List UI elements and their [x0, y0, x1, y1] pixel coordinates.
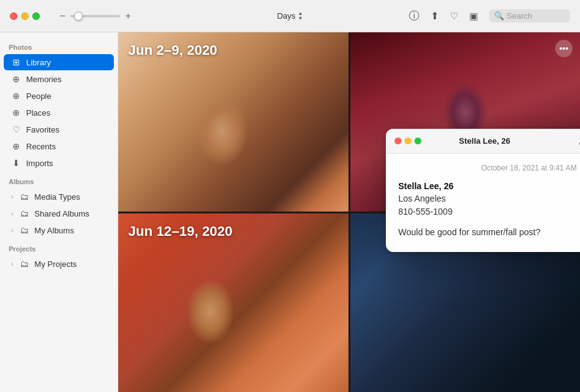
photo-label-1: Jun 2–9, 2020 — [128, 42, 217, 58]
search-bar[interactable]: 🔍 Search — [489, 9, 570, 22]
sidebar-item-media-types[interactable]: › 🗂 Media Types — [4, 189, 114, 205]
recents-icon: ⊕ — [11, 141, 21, 151]
sidebar-label-favorites: Favorites — [26, 125, 59, 134]
sidebar-section-projects: Projects › 🗂 My Projects — [0, 239, 118, 272]
photo-content: Jun 2–9, 2020 ••• Jun 12–19, 2020 Stell — [118, 32, 580, 392]
view-mode-chevrons[interactable]: ▲▼ — [298, 11, 303, 21]
titlebar: − + Days ▲▼ ⓘ ⬆ ♡ ▣ 🔍 Search — [0, 0, 580, 32]
zoom-control: − + — [60, 11, 131, 22]
shared-albums-icon: 🗂 — [19, 208, 29, 218]
sidebar-section-label-projects: Projects — [0, 239, 118, 255]
notes-titlebar: Stella Lee, 26 Aa ☰ ⊞ 👤 >> — [386, 129, 580, 154]
sidebar-item-imports[interactable]: ⬇ Imports — [4, 155, 114, 171]
titlebar-icons: ⓘ ⬆ ♡ ▣ 🔍 Search — [409, 9, 570, 23]
fullscreen-button[interactable] — [32, 12, 40, 20]
notes-contact-name: Stella Lee, 26 — [398, 181, 580, 191]
share-icon[interactable]: ⬆ — [431, 10, 439, 22]
library-icon: ⊞ — [11, 57, 21, 67]
sidebar-item-people[interactable]: ⊕ People — [4, 88, 114, 104]
notes-content: October 18, 2021 at 9:41 AM Stella Lee, … — [386, 154, 580, 252]
sidebar-item-recents[interactable]: ⊕ Recents — [4, 138, 114, 154]
memories-icon: ⊕ — [11, 74, 21, 84]
my-albums-icon: 🗂 — [19, 225, 29, 235]
sidebar-item-favorites[interactable]: ♡ Favorites — [4, 121, 114, 138]
sidebar-item-memories[interactable]: ⊕ Memories — [4, 71, 114, 87]
sidebar-label-people: People — [26, 91, 51, 101]
notes-contact-phone: 810-555-1009 — [398, 205, 580, 218]
titlebar-title: Days ▲▼ — [277, 11, 303, 21]
sidebar-section-albums: Albums › 🗂 Media Types › 🗂 Shared Albums… — [0, 172, 118, 238]
people-icon: ⊕ — [11, 91, 21, 101]
zoom-plus-button[interactable]: + — [125, 11, 131, 22]
media-types-icon: 🗂 — [19, 192, 29, 202]
expand-icon-projects: › — [11, 261, 13, 268]
notes-note-text: Would be good for summer/fall post? — [398, 227, 580, 237]
sidebar-item-shared-albums[interactable]: › 🗂 Shared Albums — [4, 205, 114, 222]
sidebar-label-shared-albums: Shared Albums — [34, 209, 89, 218]
info-icon[interactable]: ⓘ — [409, 9, 419, 23]
heart-icon[interactable]: ♡ — [450, 11, 458, 22]
notes-window-title: Stella Lee, 26 — [396, 136, 573, 146]
photo-cell-1[interactable]: Jun 2–9, 2020 — [118, 32, 348, 212]
photo-label-3: Jun 12–19, 2020 — [128, 223, 233, 240]
expand-icon-myalbums: › — [11, 227, 13, 234]
sidebar-label-media-types: Media Types — [34, 192, 80, 202]
sidebar-item-my-projects[interactable]: › 🗂 My Projects — [4, 256, 114, 272]
expand-icon-shared: › — [11, 210, 13, 217]
main-layout: Photos ⊞ Library ⊕ Memories ⊕ People ⊕ P… — [0, 32, 580, 392]
sidebar-section-label-albums: Albums — [0, 172, 118, 188]
sidebar-label-my-albums: My Albums — [34, 226, 74, 235]
expand-icon-media: › — [11, 194, 13, 200]
sidebar-item-library[interactable]: ⊞ Library — [4, 54, 114, 70]
sidebar-item-my-albums[interactable]: › 🗂 My Albums — [4, 222, 114, 238]
imports-icon: ⬇ — [11, 158, 21, 168]
zoom-slider[interactable] — [70, 15, 120, 17]
sidebar-section-photos: Photos ⊞ Library ⊕ Memories ⊕ People ⊕ P… — [0, 37, 118, 171]
zoom-minus-button[interactable]: − — [60, 11, 65, 22]
sidebar-label-library: Library — [26, 58, 51, 67]
sidebar-label-imports: Imports — [26, 159, 53, 168]
close-button[interactable] — [10, 12, 17, 20]
search-placeholder: Search — [507, 11, 532, 21]
sidebar-item-places[interactable]: ⊕ Places — [4, 105, 114, 121]
zoom-thumb[interactable] — [74, 12, 83, 21]
view-mode-label: Days — [277, 11, 296, 21]
favorites-icon: ♡ — [11, 124, 21, 134]
search-icon: 🔍 — [494, 11, 504, 21]
notes-popup: Stella Lee, 26 Aa ☰ ⊞ 👤 >> October 18, 2… — [386, 129, 580, 252]
notes-contact-city: Los Angeles — [398, 192, 580, 205]
photo-cell-3[interactable]: Jun 12–19, 2020 — [118, 213, 348, 393]
sidebar: Photos ⊞ Library ⊕ Memories ⊕ People ⊕ P… — [0, 32, 118, 392]
sidebar-label-memories: Memories — [26, 75, 62, 84]
places-icon: ⊕ — [11, 108, 21, 118]
sidebar-section-label-photos: Photos — [0, 37, 118, 54]
sidebar-label-places: Places — [26, 108, 50, 118]
sidebar-label-recents: Recents — [26, 142, 56, 151]
crop-icon[interactable]: ▣ — [469, 11, 478, 22]
notes-timestamp: October 18, 2021 at 9:41 AM — [398, 164, 580, 172]
my-projects-icon: 🗂 — [19, 259, 29, 269]
traffic-lights — [10, 12, 40, 20]
sidebar-label-my-projects: My Projects — [34, 259, 77, 269]
minimize-button[interactable] — [21, 12, 29, 20]
more-options-button[interactable]: ••• — [555, 40, 573, 57]
